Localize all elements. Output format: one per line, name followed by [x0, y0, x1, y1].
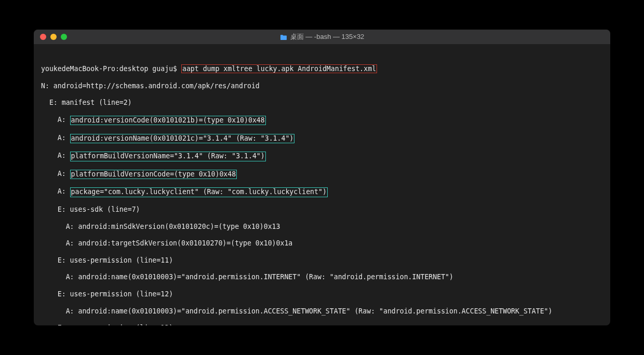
attr-highlight: package="com.lucky.luckyclient" (Raw: "c… [70, 187, 328, 197]
output-line: E: uses-permission (line=13) [41, 324, 603, 325]
output-line: A: android:minSdkVersion(0x0101020c)=(ty… [41, 223, 603, 231]
window-title: 桌面 — -bash — 135×32 [290, 32, 365, 42]
terminal-window: 桌面 — -bash — 135×32 youkedeMacBook-Pro:d… [34, 30, 610, 325]
prompt: youkedeMacBook-Pro:desktop guaju$ [41, 65, 181, 73]
attr-highlight: android:versionCode(0x0101021b)=(type 0x… [70, 116, 266, 125]
command-highlight: aapt dump xmltree lucky.apk AndroidManif… [181, 64, 377, 73]
output-line: E: manifest (line=2) [41, 99, 603, 107]
terminal-body[interactable]: youkedeMacBook-Pro:desktop guaju$ aapt d… [34, 44, 610, 325]
attr-prefix: A: [41, 134, 70, 143]
attr-highlight: platformBuildVersionName="3.1.4" (Raw: "… [70, 152, 266, 161]
attr-highlight: android:versionName(0x0101021c)="3.1.4" … [70, 134, 295, 143]
output-line: E: uses-sdk (line=7) [41, 206, 603, 214]
title-wrap: 桌面 — -bash — 135×32 [34, 32, 610, 42]
output-line: A: android:name(0x01010003)="android.per… [41, 307, 603, 316]
minimize-button[interactable] [50, 34, 57, 40]
output-line: A: android:name(0x01010003)="android.per… [41, 273, 603, 281]
close-button[interactable] [40, 34, 46, 40]
attr-prefix: A: [41, 187, 70, 197]
attr-highlight: platformBuildVersionCode=(type 0x10)0x48 [70, 170, 237, 179]
folder-icon [280, 34, 287, 40]
titlebar[interactable]: 桌面 — -bash — 135×32 [34, 30, 610, 44]
attr-prefix: A: [41, 152, 70, 161]
output-line: A: android:targetSdkVersion(0x01010270)=… [41, 239, 603, 248]
traffic-lights [40, 34, 67, 40]
output-line: E: uses-permission (line=12) [41, 290, 603, 298]
zoom-button[interactable] [61, 34, 67, 40]
attr-prefix: A: [41, 170, 70, 179]
output-line: N: android=http://schemas.android.com/ap… [41, 82, 603, 90]
output-line: E: uses-permission (line=11) [41, 256, 603, 265]
attr-prefix: A: [41, 116, 70, 125]
